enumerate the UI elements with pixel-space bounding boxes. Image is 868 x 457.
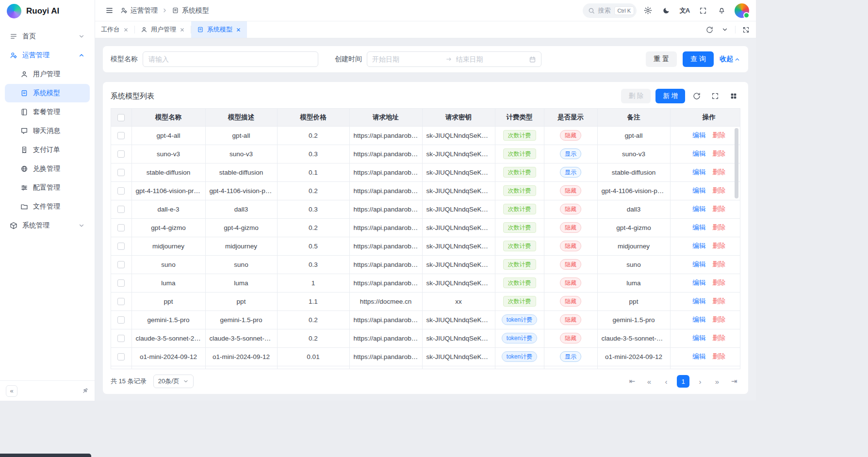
collapse-filter-button[interactable]: 收起 bbox=[720, 55, 740, 64]
delete-link[interactable]: 删除 bbox=[712, 131, 725, 139]
delete-button[interactable]: 删 除 bbox=[621, 89, 651, 103]
page-size-select[interactable]: 20条/页 bbox=[153, 375, 194, 388]
sidebar-item-user-management[interactable]: 用户管理 bbox=[5, 65, 90, 83]
edit-link[interactable]: 编辑 bbox=[692, 353, 705, 360]
breadcrumb-item-system-model[interactable]: 系统模型 bbox=[172, 6, 209, 15]
column-settings-button[interactable] bbox=[727, 89, 740, 103]
breadcrumb-item-operations[interactable]: 运营管理 bbox=[120, 6, 158, 15]
delete-link[interactable]: 删除 bbox=[712, 168, 725, 176]
theme-toggle-button[interactable] bbox=[659, 3, 673, 18]
date-start-input[interactable] bbox=[372, 55, 442, 63]
cell-request-url: https://api.pandarobo... bbox=[349, 181, 422, 200]
sidebar-item-exchange-management[interactable]: 兑换管理 bbox=[5, 160, 90, 178]
first-page-button[interactable]: ⇤ bbox=[626, 375, 639, 388]
row-checkbox[interactable] bbox=[117, 316, 125, 324]
tab-system-model[interactable]: 系统模型 bbox=[191, 21, 247, 38]
delete-link[interactable]: 删除 bbox=[712, 224, 725, 231]
sidebar-item-file-management[interactable]: 文件管理 bbox=[5, 197, 90, 216]
page-number-button[interactable]: 1 bbox=[677, 375, 689, 388]
edit-link[interactable]: 编辑 bbox=[692, 279, 705, 286]
row-checkbox[interactable] bbox=[117, 206, 125, 213]
tab-workbench[interactable]: 工作台 bbox=[95, 21, 134, 38]
notifications-button[interactable] bbox=[714, 3, 729, 18]
delete-link[interactable]: 删除 bbox=[712, 297, 725, 305]
edit-link[interactable]: 编辑 bbox=[692, 297, 705, 305]
settings-button[interactable] bbox=[640, 3, 655, 18]
prev-page-button[interactable]: ‹ bbox=[660, 375, 672, 388]
delete-link[interactable]: 删除 bbox=[712, 261, 725, 268]
app-logo[interactable]: Ruoyi AI bbox=[0, 0, 95, 22]
delete-link[interactable]: 删除 bbox=[712, 205, 725, 212]
sidebar-item-package-management[interactable]: 套餐管理 bbox=[5, 103, 90, 121]
delete-link[interactable]: 删除 bbox=[712, 150, 725, 157]
menu-toggle-button[interactable] bbox=[102, 3, 116, 18]
delete-link[interactable]: 删除 bbox=[712, 334, 725, 342]
row-checkbox[interactable] bbox=[117, 353, 125, 360]
last-page-button[interactable]: ⇥ bbox=[728, 375, 740, 388]
delete-link[interactable]: 删除 bbox=[712, 279, 725, 286]
visible-tag: 隐藏 bbox=[560, 277, 581, 288]
table-fullscreen-button[interactable] bbox=[708, 89, 722, 103]
content-fullscreen-button[interactable] bbox=[738, 22, 753, 37]
pin-sidebar-button[interactable] bbox=[82, 387, 89, 394]
tab-user-management[interactable]: 用户管理 bbox=[135, 21, 191, 38]
search-box[interactable]: 搜索 Ctrl K bbox=[583, 3, 637, 18]
row-checkbox[interactable] bbox=[117, 224, 125, 231]
avatar[interactable] bbox=[735, 3, 749, 18]
refresh-tabs-button[interactable] bbox=[702, 22, 717, 37]
cell-remark: stable-diffusion bbox=[597, 163, 670, 181]
sidebar-item-payment-orders[interactable]: 支付订单 bbox=[5, 141, 90, 159]
sidebar-item-home[interactable]: 首页 bbox=[5, 27, 90, 46]
arrow-right-icon bbox=[445, 56, 452, 63]
row-checkbox[interactable] bbox=[117, 279, 125, 287]
cell-visibility: 隐藏 bbox=[544, 329, 597, 347]
sidebar-item-operations[interactable]: 运营管理 bbox=[5, 46, 90, 65]
model-name-input[interactable] bbox=[143, 51, 318, 67]
delete-link[interactable]: 删除 bbox=[712, 187, 725, 194]
main-area: 运营管理 系统模型 搜索 Ctrl K 文A bbox=[95, 0, 756, 401]
edit-link[interactable]: 编辑 bbox=[692, 316, 705, 323]
select-all-checkbox[interactable] bbox=[117, 114, 125, 121]
row-checkbox[interactable] bbox=[117, 150, 125, 158]
language-button[interactable]: 文A bbox=[677, 3, 692, 18]
sidebar-item-system-management[interactable]: 系统管理 bbox=[5, 216, 90, 235]
jump-prev-button[interactable]: « bbox=[643, 375, 655, 388]
cell-model-description: ppt bbox=[205, 292, 277, 310]
tab-close-icon[interactable] bbox=[180, 27, 185, 33]
collapse-sidebar-button[interactable]: « bbox=[6, 385, 17, 397]
fullscreen-button[interactable] bbox=[696, 3, 710, 18]
refresh-table-button[interactable] bbox=[690, 89, 704, 103]
delete-link[interactable]: 删除 bbox=[712, 242, 725, 249]
date-end-input[interactable] bbox=[456, 55, 525, 63]
edit-link[interactable]: 编辑 bbox=[692, 224, 705, 231]
row-checkbox[interactable] bbox=[117, 187, 125, 195]
row-checkbox[interactable] bbox=[117, 169, 125, 176]
tab-close-icon[interactable] bbox=[123, 27, 129, 33]
edit-link[interactable]: 编辑 bbox=[692, 205, 705, 212]
next-page-button[interactable]: › bbox=[694, 375, 706, 388]
edit-link[interactable]: 编辑 bbox=[692, 150, 705, 157]
add-button[interactable]: 新 增 bbox=[655, 89, 685, 103]
delete-link[interactable]: 删除 bbox=[712, 316, 725, 323]
row-checkbox[interactable] bbox=[117, 261, 125, 268]
edit-link[interactable]: 编辑 bbox=[692, 168, 705, 176]
edit-link[interactable]: 编辑 bbox=[692, 242, 705, 249]
row-checkbox[interactable] bbox=[117, 298, 125, 305]
sidebar-item-system-model[interactable]: 系统模型 bbox=[5, 84, 90, 102]
jump-next-button[interactable]: » bbox=[711, 375, 723, 388]
row-checkbox[interactable] bbox=[117, 132, 125, 139]
table-scrollbar[interactable] bbox=[735, 128, 738, 198]
edit-link[interactable]: 编辑 bbox=[692, 261, 705, 268]
sidebar-item-config-management[interactable]: 配置管理 bbox=[5, 179, 90, 197]
row-checkbox[interactable] bbox=[117, 243, 125, 250]
reset-button[interactable]: 重 置 bbox=[646, 51, 677, 67]
sidebar-item-chat-messages[interactable]: 聊天消息 bbox=[5, 122, 90, 140]
query-button[interactable]: 查 询 bbox=[683, 51, 714, 67]
delete-link[interactable]: 删除 bbox=[712, 353, 725, 360]
edit-link[interactable]: 编辑 bbox=[692, 334, 705, 342]
row-checkbox[interactable] bbox=[117, 335, 125, 342]
tab-close-icon[interactable] bbox=[236, 27, 241, 33]
edit-link[interactable]: 编辑 bbox=[692, 187, 705, 194]
tabs-dropdown-button[interactable] bbox=[718, 22, 732, 37]
edit-link[interactable]: 编辑 bbox=[692, 131, 705, 139]
